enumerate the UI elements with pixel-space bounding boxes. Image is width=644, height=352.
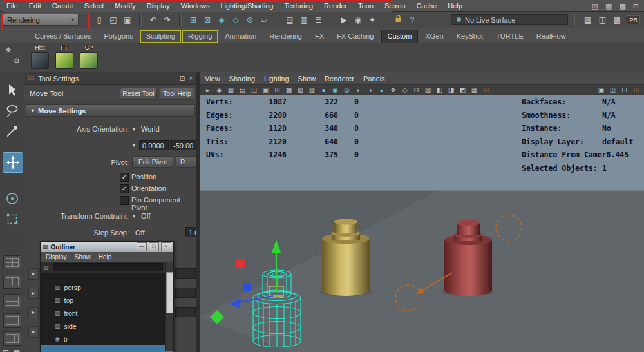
- scale-tool-button[interactable]: [5, 211, 20, 227]
- view-transform-icon[interactable]: ⊡: [620, 86, 629, 93]
- undo-icon[interactable]: ↶: [148, 15, 158, 25]
- live-surface-field[interactable]: No Live Surface: [451, 14, 568, 25]
- outliner-item-top[interactable]: ▥ top: [41, 294, 173, 307]
- camera-attributes-icon[interactable]: ▦: [227, 86, 235, 93]
- tool-settings-toggle-icon[interactable]: ▩: [612, 15, 622, 25]
- shelf-tab-fx-caching[interactable]: FX Caching: [331, 30, 379, 43]
- 2d-pan-zoom-icon[interactable]: ▣: [261, 86, 270, 93]
- use-all-lights-icon[interactable]: ❖: [389, 86, 397, 93]
- close-panel-icon[interactable]: ×: [189, 75, 193, 82]
- outliner-menu-help[interactable]: Help: [99, 253, 112, 260]
- menu-toon[interactable]: Toon: [358, 2, 374, 10]
- shelf-menu-icon[interactable]: ❖: [5, 46, 12, 54]
- render-current-frame-icon[interactable]: ▶: [339, 15, 349, 25]
- menu-edit[interactable]: Edit: [29, 2, 41, 10]
- hidden-settings-field[interactable]: [175, 307, 196, 317]
- layout-three-pane-button[interactable]: [3, 331, 21, 346]
- workspace-icon[interactable]: ▤: [592, 2, 598, 10]
- menu-cache[interactable]: Cache: [416, 2, 437, 10]
- shelf-tab-rigging[interactable]: Rigging: [182, 30, 218, 43]
- axis-orientation-value[interactable]: World: [141, 125, 160, 133]
- xray-icon[interactable]: ▦: [470, 86, 478, 93]
- chevron-down-icon[interactable]: ▾: [133, 126, 135, 132]
- lasso-tool-button[interactable]: [5, 103, 20, 119]
- chevron-down-icon[interactable]: ▾: [133, 142, 135, 148]
- filter-icon[interactable]: ▧: [43, 264, 49, 271]
- grease-pencil-icon[interactable]: ⊞: [273, 86, 281, 93]
- help-icon[interactable]: ?: [407, 15, 417, 25]
- position-checkbox[interactable]: ✓: [120, 173, 129, 182]
- tool-help-button[interactable]: Tool Help: [160, 88, 194, 100]
- multisample-icon[interactable]: ◧: [435, 86, 444, 93]
- lock-icon[interactable]: [393, 15, 403, 25]
- shadows-icon[interactable]: ◇: [401, 86, 409, 93]
- shelf-gear-icon[interactable]: ⚙: [14, 57, 20, 65]
- panel-expander-icon[interactable]: ▸: [28, 288, 39, 299]
- snap-grid-icon[interactable]: ⊞: [188, 15, 198, 25]
- hidden-settings-field[interactable]: [175, 268, 196, 279]
- safe-action-icon[interactable]: ◎: [343, 86, 351, 93]
- hidden-settings-field[interactable]: [175, 288, 196, 298]
- chevron-down-icon[interactable]: ▾: [133, 213, 135, 219]
- make-live-icon[interactable]: ▱: [259, 15, 269, 25]
- snap-point-icon[interactable]: ◈: [216, 15, 227, 25]
- window-grid-icon[interactable]: ⊞: [633, 2, 639, 10]
- float-panel-icon[interactable]: ⊡: [180, 75, 185, 82]
- outliner-item-b[interactable]: ◉ b: [41, 333, 173, 346]
- snap-curve-icon[interactable]: ⊠: [202, 15, 213, 25]
- shelf-item-hist[interactable]: Hist: [29, 44, 51, 70]
- menu-display[interactable]: Display: [147, 2, 170, 10]
- outliner-item-side[interactable]: ▥ side: [41, 320, 173, 333]
- redo-icon[interactable]: ↷: [162, 15, 173, 25]
- menu-stereo[interactable]: Stereo: [384, 2, 405, 10]
- outliner-item-front[interactable]: ▥ front: [41, 307, 173, 320]
- viewport-menu-renderer[interactable]: Renderer: [325, 75, 354, 83]
- menu-windows[interactable]: Windows: [181, 2, 210, 10]
- shelf-item-cp[interactable]: CP: [78, 44, 100, 70]
- pr-badge[interactable]: PR: [627, 15, 640, 24]
- shelf-tab-fx[interactable]: FX: [309, 30, 330, 43]
- shelf-tab-realflow[interactable]: RealFlow: [531, 30, 572, 43]
- snap-view-plane-icon[interactable]: ⊙: [245, 15, 255, 25]
- tool-settings-header[interactable]: ⠿⠿ Tool Settings ⊡ ×: [24, 72, 196, 85]
- save-scene-icon[interactable]: ▣: [122, 15, 133, 25]
- gate-mask-icon[interactable]: ●: [319, 86, 328, 93]
- wireframe-on-shaded-icon[interactable]: ⊞: [482, 86, 490, 93]
- rotate-tool-button[interactable]: [5, 191, 20, 206]
- select-camera-icon[interactable]: ▸: [204, 86, 212, 93]
- grid-toggle-icon[interactable]: ▩: [285, 86, 293, 93]
- shelf-tab-custom[interactable]: Custom: [381, 30, 419, 43]
- bookmark-icon[interactable]: ▤: [238, 86, 247, 93]
- viewport-menu-show[interactable]: Show: [298, 75, 316, 83]
- grid-panel-icon[interactable]: ▦: [13, 348, 20, 352]
- menuset-dropdown[interactable]: Rendering ▾: [3, 14, 79, 26]
- outliner-selected-row[interactable]: [41, 345, 173, 352]
- screen-space-ao-icon[interactable]: ⊙: [412, 86, 421, 93]
- shelf-tab-polygons[interactable]: Polygons: [98, 30, 138, 43]
- outliner-menu-show[interactable]: Show: [75, 253, 91, 260]
- isolate-select-icon[interactable]: ◩: [459, 86, 467, 93]
- resolution-gate-icon[interactable]: ▥: [308, 86, 316, 93]
- modeling-toolkit-icon[interactable]: ▦: [582, 15, 592, 25]
- field-chart-icon[interactable]: ◉: [331, 86, 339, 93]
- menu-file[interactable]: File: [6, 2, 18, 10]
- image-plane-icon[interactable]: ◫: [250, 86, 258, 93]
- panel-expander-icon[interactable]: ▸: [28, 268, 39, 280]
- construction-history-icon[interactable]: ≣: [313, 15, 323, 25]
- screen-grid-icon[interactable]: ▩: [619, 2, 625, 10]
- chevron-down-icon[interactable]: ▾: [121, 230, 124, 236]
- paint-select-tool-button[interactable]: [5, 124, 20, 139]
- output-connections-icon[interactable]: ▥: [299, 15, 309, 25]
- shelf-tab-keyshot[interactable]: KeyShot: [451, 30, 489, 43]
- move-tool-button[interactable]: [3, 152, 23, 173]
- textured-display-icon[interactable]: ◒: [377, 86, 386, 93]
- viewport-canvas[interactable]: Verts: 1087 322 0 Edges: 2200 660 0 Face…: [200, 95, 644, 352]
- menu-create[interactable]: Create: [52, 2, 73, 10]
- viewport-menu-view[interactable]: View: [205, 75, 220, 83]
- safe-title-icon[interactable]: ◐: [354, 86, 363, 93]
- viewport-menu-shading[interactable]: Shading: [229, 75, 255, 83]
- layout-four-pane-button[interactable]: [3, 255, 21, 269]
- motion-blur-icon[interactable]: ▨: [424, 86, 432, 93]
- panel-expander-icon[interactable]: ▸: [28, 307, 39, 318]
- depth-of-field-icon[interactable]: ◨: [447, 86, 455, 93]
